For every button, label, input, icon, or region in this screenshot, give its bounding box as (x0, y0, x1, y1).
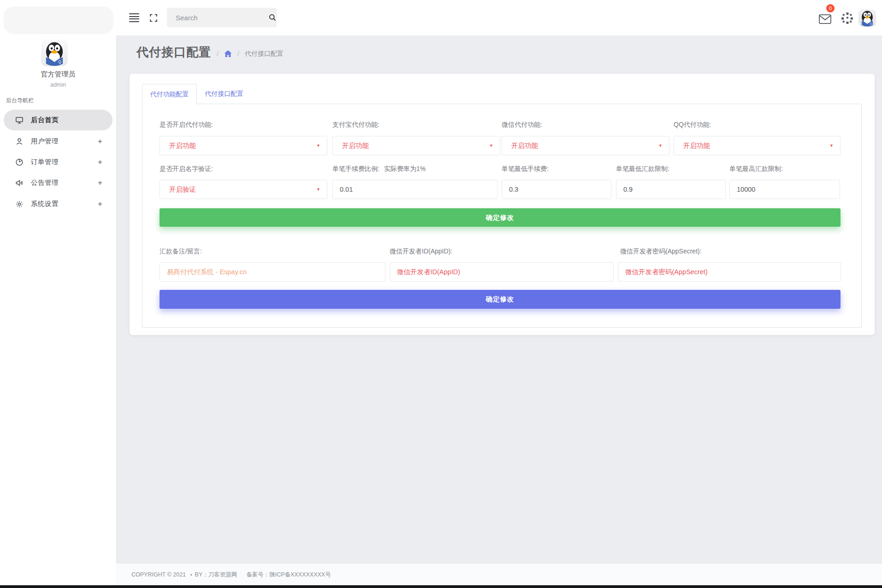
tab-payout-interface-config[interactable]: 代付接口配置 (197, 84, 251, 104)
sidebar-item-label: 后台首页 (31, 116, 59, 124)
wechat-payout-select[interactable]: 开启功能 ▼ (502, 136, 669, 155)
confirm-modify-button-green[interactable]: 确定修改 (160, 208, 841, 227)
profile-name: 官方管理员 (0, 70, 116, 79)
sidebar-item-settings[interactable]: 系统设置 + (4, 194, 112, 214)
search-icon[interactable] (268, 13, 277, 22)
search-input[interactable] (175, 13, 268, 22)
footer-beian: 备案号：陕ICP备XXXXXXXXX号 (246, 571, 331, 579)
name-verify-select[interactable]: 开启验证 ▼ (160, 180, 327, 199)
dropdown-arrow-icon: ▼ (489, 143, 493, 148)
sidebar-item-label: 订单管理 (31, 158, 59, 166)
footer-bullet: • (190, 572, 192, 577)
sidebar-item-label: 系统设置 (31, 200, 59, 208)
user-avatar[interactable] (858, 9, 876, 27)
confirm-modify-button-blue[interactable]: 确定修改 (160, 290, 841, 309)
max-remit-input[interactable] (729, 180, 840, 199)
sidebar-item-label: 公告管理 (31, 178, 59, 187)
min-fee-input[interactable] (502, 180, 611, 199)
field-label: 单笔最低手续费: (502, 165, 549, 173)
expand-plus-icon[interactable]: + (98, 200, 102, 209)
qq-payout-select[interactable]: 开启功能 ▼ (674, 136, 841, 155)
sidebar: 官方管理员 admin 后台导航栏 后台首页 用户管理 + (0, 0, 117, 585)
breadcrumb-separator: / (217, 47, 219, 58)
page-title: 代付接口配置 (136, 44, 211, 60)
remit-remark-input[interactable] (160, 262, 385, 282)
sidebar-item-users[interactable]: 用户管理 + (4, 131, 112, 152)
fee-hint: 实际费率为1% (384, 165, 426, 172)
field-label: QQ代付功能: (674, 121, 711, 129)
sidebar-item-orders[interactable]: 订单管理 + (4, 152, 112, 172)
breadcrumb-separator: / (237, 47, 239, 58)
field-label: 单笔最高汇款限制: (729, 165, 783, 173)
field-label: 微信代付功能: (502, 121, 542, 129)
expand-plus-icon[interactable]: + (98, 137, 102, 146)
min-remit-input[interactable] (616, 180, 726, 199)
dropdown-arrow-icon: ▼ (829, 143, 834, 148)
topbar: 0 (116, 0, 882, 36)
breadcrumb: 代付接口配置 / / 代付接口配置 (136, 44, 284, 60)
expand-plus-icon[interactable]: + (98, 158, 102, 167)
dropdown-arrow-icon: ▼ (316, 143, 320, 148)
field-label: 汇款备注/留言: (160, 247, 202, 256)
field-label: 是否开启名字验证: (160, 165, 213, 173)
field-label: 支付宝代付功能: (332, 121, 379, 129)
fee-ratio-input[interactable] (332, 180, 497, 199)
monitor-icon (15, 116, 24, 125)
profile-avatar[interactable] (41, 40, 68, 66)
field-label: 微信开发者ID(AppID): (390, 247, 452, 256)
dropdown-arrow-icon: ▼ (658, 143, 663, 148)
breadcrumb-current: 代付接口配置 (245, 47, 284, 58)
pie-chart-icon (15, 158, 24, 167)
footer-copyright: COPYRIGHT © 2021 (131, 571, 186, 578)
fullscreen-icon[interactable] (148, 13, 159, 23)
speaker-icon (15, 178, 24, 188)
field-label: 微信开发者密码(AppSecret): (620, 247, 702, 256)
field-label: 是否开启代付功能: (160, 121, 213, 129)
home-icon[interactable] (224, 47, 232, 57)
expand-plus-icon[interactable]: + (98, 178, 102, 188)
sidebar-item-label: 用户管理 (31, 137, 59, 146)
alipay-payout-select[interactable]: 开启功能 ▼ (332, 136, 500, 155)
dropdown-arrow-icon: ▼ (316, 187, 320, 192)
sidebar-section-label: 后台导航栏 (6, 97, 34, 105)
payout-enable-select[interactable]: 开启功能 ▼ (160, 136, 327, 155)
tab-payout-function-config[interactable]: 代付功能配置 (142, 84, 197, 104)
menu-toggle-icon[interactable] (129, 13, 139, 22)
field-label: 单笔最低汇款限制: (616, 165, 669, 173)
footer-by: BY：刀客资源网 (195, 571, 237, 579)
mail-badge: 0 (826, 4, 835, 12)
profile-role: admin (0, 82, 116, 88)
wechat-appsecret-input[interactable] (618, 262, 841, 282)
apps-grid-icon[interactable] (841, 12, 853, 24)
page-footer: COPYRIGHT © 2021 • BY：刀客资源网 备案号：陕ICP备XXX… (116, 563, 882, 586)
config-card: 代付功能配置 代付接口配置 是否开启代付功能: 支付宝代付功能: 微信代付功能:… (130, 74, 875, 335)
gear-icon (15, 200, 24, 209)
logo-placeholder (4, 6, 113, 34)
wechat-appid-input[interactable] (390, 262, 614, 282)
sidebar-item-announcements[interactable]: 公告管理 + (4, 172, 112, 193)
mail-icon[interactable] (818, 13, 832, 25)
user-icon (15, 137, 24, 146)
field-label: 单笔手续费比例:实际费率为1% (332, 165, 426, 173)
screen-artifact (0, 585, 882, 588)
admin-screen: Q 官方管理员 admin 后台导航栏 后台首页 (0, 0, 882, 588)
search-box (167, 8, 277, 27)
sidebar-item-dashboard[interactable]: 后台首页 (4, 110, 112, 130)
